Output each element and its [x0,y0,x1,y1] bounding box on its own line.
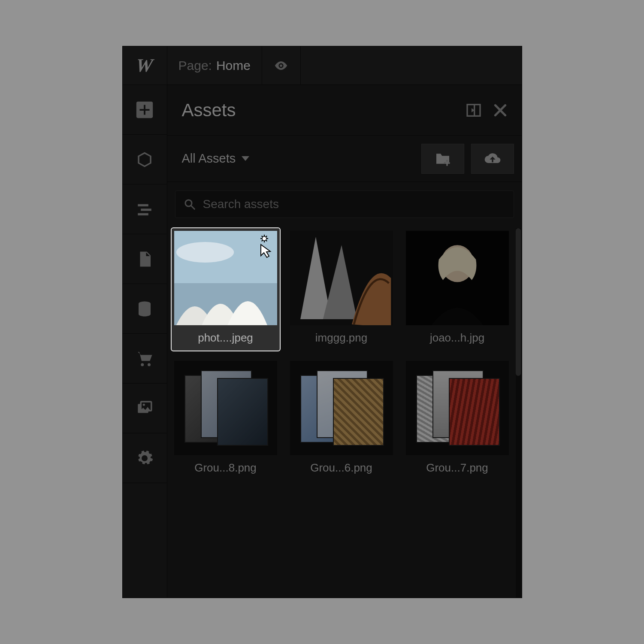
asset-item[interactable]: joao...h.jpg [403,228,511,351]
asset-thumbnail [290,361,393,455]
rail-cms[interactable] [123,284,167,334]
svg-point-0 [280,64,283,67]
svg-rect-4 [138,204,148,206]
rail-pages[interactable] [123,234,167,284]
upload-button[interactable] [471,144,514,174]
rail-assets[interactable] [123,384,167,433]
rail-navigator[interactable] [123,184,167,234]
asset-thumbnail [290,231,393,325]
asset-name: Grou...6.png [290,455,393,478]
asset-item[interactable]: Grou...6.png [287,358,396,481]
search-box[interactable] [175,190,514,218]
app-body: Assets All Assets [123,85,522,598]
asset-name: imggg.png [290,325,393,348]
assets-panel: Assets All Assets [167,85,522,598]
cart-icon [136,350,154,368]
webflow-logo-icon: W [135,54,154,76]
asset-thumbnail [406,361,509,455]
page-icon [136,250,154,268]
designer-window: W Page: Home [123,46,522,598]
cloud-upload-icon [484,150,501,167]
svg-rect-17 [444,162,450,163]
search-input[interactable] [203,197,506,211]
gear-icon [136,449,154,467]
assets-grid-wrap: phot....jpeg imggg.png [167,218,522,598]
images-icon [136,399,154,417]
assets-filter-dropdown[interactable]: All Assets [182,151,414,166]
svg-point-22 [176,242,233,263]
asset-item[interactable]: Grou...8.png [172,358,280,481]
asset-item[interactable]: phot....jpeg [172,228,280,351]
svg-rect-6 [138,213,148,215]
rail-symbols[interactable] [123,135,167,184]
page-selector[interactable]: Page: Home [167,46,262,85]
svg-point-9 [148,363,151,366]
page-name: Home [216,58,251,73]
close-icon[interactable] [492,102,509,119]
svg-point-12 [143,403,145,405]
asset-name: phot....jpeg [174,325,277,348]
asset-item[interactable]: imggg.png [287,228,396,351]
search-row [167,182,522,218]
svg-rect-3 [140,109,150,111]
scrollbar[interactable] [516,228,521,598]
asset-thumbnail [174,361,277,455]
assets-filter-label: All Assets [182,151,236,166]
asset-item[interactable]: Grou...7.png [403,358,511,481]
panel-toolbar: All Assets [167,136,522,182]
pin-panel-icon[interactable] [465,102,482,119]
eye-icon [274,58,288,73]
folder-plus-icon [434,150,451,167]
top-bar: W Page: Home [123,46,522,85]
panel-title: Assets [182,100,456,121]
database-icon [136,300,154,318]
rail-ecommerce[interactable] [123,334,167,384]
page-label: Page: [178,58,212,73]
asset-name: Grou...8.png [174,455,277,478]
logo-cell[interactable]: W [123,46,167,85]
plus-box-icon [135,100,154,120]
navigator-icon [136,200,154,218]
scrollbar-thumb[interactable] [516,228,521,376]
rail-settings[interactable] [123,433,167,483]
left-rail [123,85,167,598]
svg-line-19 [191,206,194,209]
assets-grid: phot....jpeg imggg.png [172,228,511,481]
svg-rect-5 [141,209,151,211]
panel-header: Assets [167,85,522,136]
rail-add-elements[interactable] [123,85,167,135]
chevron-down-icon [242,156,249,161]
asset-name: Grou...7.png [406,455,509,478]
svg-point-8 [141,363,144,366]
asset-thumbnail [406,231,509,325]
search-icon [183,198,196,211]
asset-thumbnail [174,231,277,325]
asset-name: joao...h.jpg [406,325,509,348]
new-folder-button[interactable] [421,144,464,174]
cube-icon [136,151,154,169]
preview-button[interactable] [262,46,301,85]
